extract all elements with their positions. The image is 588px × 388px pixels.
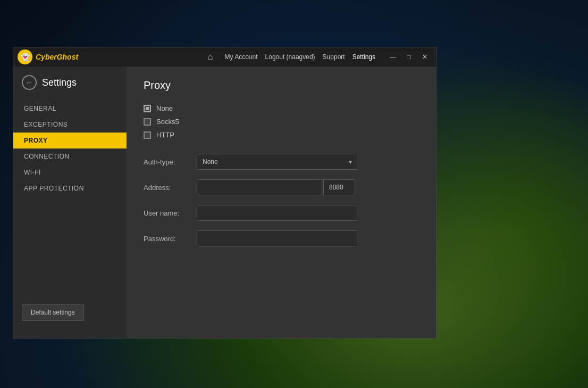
main-content: Proxy None Socks5 HTTP: [127, 67, 436, 338]
auth-type-row: Auth-type: None Basic NTLM ▼: [144, 154, 419, 170]
password-row: Password:: [144, 230, 419, 246]
radio-http-box: [144, 131, 151, 139]
radio-none-label: None: [156, 104, 173, 112]
sidebar-nav: GENERAL EXCEPTIONS PROXY CONNECTION WI-F…: [13, 101, 127, 196]
minimize-button[interactable]: —: [386, 52, 400, 62]
radio-http-label: HTTP: [156, 131, 174, 139]
radio-http[interactable]: HTTP: [144, 131, 419, 139]
auth-type-select-wrapper: None Basic NTLM ▼: [197, 154, 357, 170]
window-controls: — □ ✕: [386, 52, 432, 62]
address-row: Address:: [144, 179, 419, 195]
auth-type-label: Auth-type:: [144, 158, 197, 166]
sidebar-item-app-protection[interactable]: APP PROTECTION: [13, 180, 127, 196]
address-input[interactable]: [197, 179, 322, 195]
nav-support[interactable]: Support: [323, 53, 345, 61]
sidebar: ← Settings GENERAL EXCEPTIONS PROXY CONN…: [13, 67, 127, 338]
port-input[interactable]: [323, 179, 355, 195]
sidebar-item-general[interactable]: GENERAL: [13, 101, 127, 117]
radio-none[interactable]: None: [144, 104, 419, 112]
sidebar-item-connection[interactable]: CONNECTION: [13, 148, 127, 164]
password-label: Password:: [144, 235, 197, 243]
password-input[interactable]: [197, 230, 357, 246]
sidebar-item-wifi[interactable]: WI-FI: [13, 164, 127, 180]
radio-socks5[interactable]: Socks5: [144, 118, 419, 126]
radio-none-box: [144, 105, 151, 112]
logo-text: CyberGhost: [36, 53, 78, 61]
title-bar: 👻 CyberGhost ⌂ My Account Logout (naagve…: [13, 47, 436, 67]
content-area: ← Settings GENERAL EXCEPTIONS PROXY CONN…: [13, 67, 436, 338]
auth-type-select[interactable]: None Basic NTLM: [197, 154, 357, 170]
nav-logout[interactable]: Logout (naagved): [265, 53, 315, 61]
sidebar-item-proxy[interactable]: PROXY: [13, 133, 127, 148]
username-input[interactable]: [197, 205, 357, 221]
radio-socks5-box: [144, 118, 151, 126]
close-button[interactable]: ✕: [418, 52, 432, 62]
app-window: 👻 CyberGhost ⌂ My Account Logout (naagve…: [13, 47, 436, 339]
default-settings-button[interactable]: Default settings: [22, 304, 84, 321]
nav-my-account[interactable]: My Account: [225, 53, 258, 61]
maximize-button[interactable]: □: [402, 52, 416, 62]
logo-icon: 👻: [18, 49, 32, 64]
username-row: User name:: [144, 205, 419, 221]
proxy-title: Proxy: [144, 79, 419, 92]
proxy-radio-group: None Socks5 HTTP: [144, 104, 419, 139]
address-label: Address:: [144, 184, 197, 192]
page-title: Settings: [42, 77, 77, 88]
default-settings-wrapper: Default settings: [13, 295, 127, 329]
home-button[interactable]: ⌂: [208, 52, 213, 62]
back-button[interactable]: ←: [22, 75, 37, 90]
nav-settings[interactable]: Settings: [352, 53, 375, 61]
radio-socks5-label: Socks5: [156, 118, 179, 126]
page-header: ← Settings: [13, 75, 127, 101]
username-label: User name:: [144, 209, 197, 217]
titlebar-nav: ⌂ My Account Logout (naagved) Support Se…: [208, 52, 375, 62]
logo-area: 👻 CyberGhost: [18, 49, 208, 64]
sidebar-item-exceptions[interactable]: EXCEPTIONS: [13, 117, 127, 133]
address-group: [197, 179, 355, 195]
